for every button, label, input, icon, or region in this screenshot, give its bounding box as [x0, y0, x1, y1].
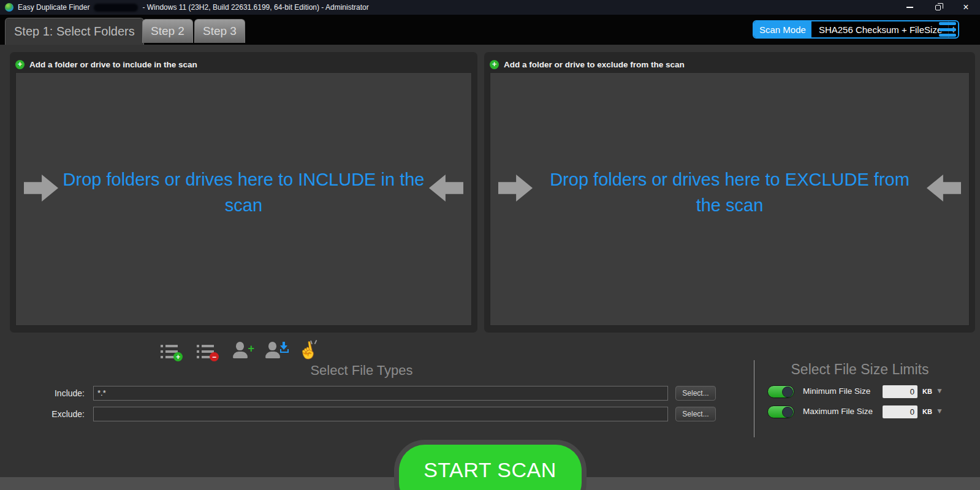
tab-step1-select-folders[interactable]: Step 1: Select Folders — [5, 18, 144, 45]
hamburger-bar — [939, 34, 956, 37]
close-button[interactable]: × — [952, 0, 980, 15]
include-types-select-button[interactable]: Select... — [675, 386, 716, 401]
min-size-unit-dropdown-icon[interactable]: ▼ — [936, 386, 943, 395]
max-size-unit-dropdown-icon[interactable]: ▼ — [936, 407, 943, 415]
min-size-input[interactable] — [883, 385, 917, 398]
start-scan-button[interactable]: START SCAN — [394, 440, 587, 490]
include-types-label: Include: — [0, 388, 89, 398]
scan-mode-control[interactable]: Scan Mode SHA256 Checksum + FileSize ▲ ▼ — [753, 20, 959, 39]
max-size-input[interactable] — [883, 405, 917, 418]
person-icon — [233, 342, 248, 358]
scan-mode-value[interactable]: SHA256 Checksum + FileSize — [811, 21, 948, 37]
minimize-button[interactable] — [895, 0, 924, 15]
hamburger-bar — [939, 28, 956, 31]
plus-icon: + — [248, 343, 254, 354]
minus-badge-icon: − — [210, 352, 219, 361]
main-content: + Add a folder or drive to include in th… — [0, 45, 980, 490]
add-include-folder-button[interactable]: + Add a folder or drive to include in th… — [15, 56, 472, 72]
close-icon: × — [963, 2, 968, 12]
start-scan-label: START SCAN — [424, 458, 556, 482]
max-size-label: Maximum File Size — [803, 407, 873, 416]
app-logo-icon — [5, 3, 13, 12]
scan-mode-label: Scan Mode — [754, 21, 811, 37]
arrow-left-icon — [927, 175, 961, 202]
file-types-title: Select File Types — [0, 363, 723, 379]
exclude-types-input[interactable] — [93, 407, 668, 421]
snap-fingers-icon: ☝ — [297, 341, 319, 360]
max-file-size-row: Maximum File Size KB ▼ — [754, 405, 980, 420]
toggle-knob — [782, 386, 793, 398]
include-types-row: Include: Select... — [0, 385, 742, 401]
min-file-size-row: Minimum File Size KB ▼ — [754, 385, 980, 399]
exclude-panel-title: Add a folder or drive to exclude from th… — [504, 60, 685, 69]
window-title-suffix: - Windows 11 (23H2, Build 22631.6199, 64… — [142, 3, 368, 12]
download-tray-icon — [280, 349, 289, 353]
minimize-icon — [906, 7, 913, 8]
add-profile-button[interactable]: + — [233, 342, 248, 358]
include-panel: + Add a folder or drive to include in th… — [10, 52, 477, 333]
min-size-toggle[interactable] — [767, 385, 794, 398]
exclude-types-row: Exclude: Select... — [0, 406, 742, 421]
include-types-input[interactable] — [93, 386, 668, 401]
exclude-panel: + Add a folder or drive to exclude from … — [484, 52, 975, 333]
add-exclude-folder-button[interactable]: + Add a folder or drive to exclude from … — [490, 56, 970, 72]
hamburger-bar — [939, 22, 956, 25]
arrow-right-icon — [498, 175, 533, 202]
window-controls: × — [895, 0, 980, 15]
toggle-knob — [782, 407, 793, 418]
include-panel-title: Add a folder or drive to include in the … — [29, 60, 197, 69]
exclude-drop-text: Drop folders or drives here to EXCLUDE f… — [538, 167, 921, 218]
redacted-text — [94, 4, 138, 12]
window-title-app-name: Easy Duplicate Finder — [18, 3, 89, 12]
plus-badge-icon: + — [173, 352, 183, 361]
min-size-unit: KB — [922, 388, 932, 395]
add-green-plus-icon: + — [490, 60, 499, 69]
quick-wizard-button[interactable]: ☝ — [298, 342, 317, 358]
tab-step2[interactable]: Step 2 — [142, 19, 193, 43]
load-profile-button[interactable] — [265, 342, 280, 358]
file-size-title: Select File Size Limits — [759, 361, 961, 378]
include-drop-zone[interactable]: Drop folders or drives here to INCLUDE i… — [15, 72, 472, 326]
menu-button[interactable] — [939, 22, 956, 37]
tab-bar: Step 1: Select Folders Step 2 Step 3 Sca… — [0, 15, 980, 45]
min-size-label: Minimum File Size — [803, 386, 870, 396]
add-green-plus-icon: + — [15, 60, 25, 69]
exclude-types-select-button[interactable]: Select... — [675, 407, 716, 421]
restore-icon — [935, 5, 941, 10]
tab-step3[interactable]: Step 3 — [194, 19, 245, 43]
max-size-unit: KB — [922, 408, 932, 415]
include-drop-text: Drop folders or drives here to INCLUDE i… — [46, 167, 441, 218]
exclude-drop-zone[interactable]: Drop folders or drives here to EXCLUDE f… — [490, 72, 970, 326]
exclude-types-label: Exclude: — [0, 409, 89, 419]
person-icon — [265, 342, 280, 358]
add-folder-list-button[interactable]: + — [161, 345, 179, 358]
titlebar: Easy Duplicate Finder - Windows 11 (23H2… — [0, 0, 980, 15]
restore-button[interactable] — [924, 0, 952, 15]
remove-folder-list-button[interactable]: − — [197, 345, 215, 358]
folder-list-toolbar: + − + ☝ — [161, 335, 317, 358]
max-size-toggle[interactable] — [767, 405, 794, 418]
